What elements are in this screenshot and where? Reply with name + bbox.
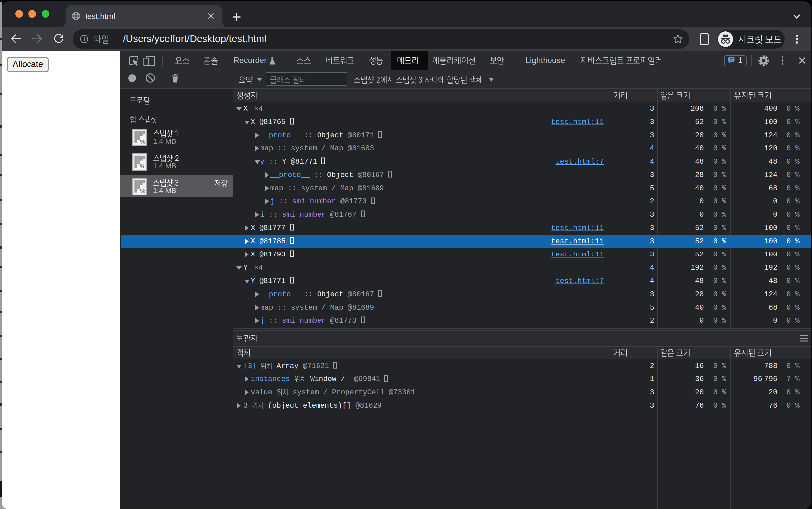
svg-text:%: % (140, 138, 145, 145)
svg-text:%: % (140, 163, 145, 170)
svg-text:%: % (140, 187, 145, 194)
